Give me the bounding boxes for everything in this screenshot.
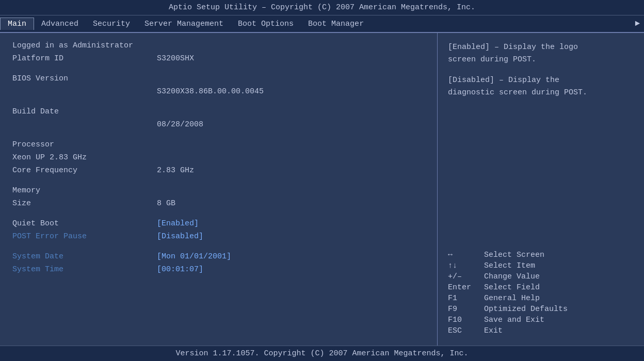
key-esc: ESC [448, 326, 484, 335]
logged-in-row: Logged in as Administrator [12, 41, 425, 50]
key-row-select-screen: ↔ Select Screen [448, 251, 634, 259]
key-row-f1: F1 General Help [448, 294, 634, 303]
key-select-field-desc: Select Field [484, 283, 540, 292]
system-date-value[interactable]: [Mon 01/01/2001] [157, 252, 231, 261]
bios-version-row: BIOS Version [12, 74, 425, 83]
build-date-label: Build Date [12, 107, 157, 116]
core-freq-row: Core Frequency 2.83 GHz [12, 166, 425, 175]
processor-label: Processor [12, 140, 157, 149]
help-spacer [448, 66, 634, 74]
key-row-f9: F9 Optimized Defaults [448, 305, 634, 314]
quiet-boot-row[interactable]: Quiet Boot [Enabled] [12, 219, 425, 228]
logged-in-label: Logged in as Administrator [12, 41, 157, 50]
system-time-value[interactable]: [00:01:07] [157, 265, 203, 274]
menu-advanced[interactable]: Advanced [34, 18, 86, 30]
menu-boot-options[interactable]: Boot Options [231, 18, 301, 30]
right-panel: [Enabled] – Display the logo screen duri… [438, 33, 644, 346]
key-plus-minus: +/– [448, 272, 484, 281]
processor-model-row: Xeon UP 2.83 GHz [12, 153, 425, 162]
footer-text: Version 1.17.1057. Copyright (C) 2007 Am… [175, 349, 468, 358]
menu-bar[interactable]: Main Advanced Security Server Management… [0, 15, 644, 33]
help-text: [Enabled] – Display the logo screen duri… [448, 41, 634, 99]
key-row-f10: F10 Save and Exit [448, 316, 634, 324]
key-row-select-item: ↑↓ Select Item [448, 261, 634, 270]
memory-size-label: Size [12, 199, 157, 208]
memory-label: Memory [12, 186, 157, 195]
post-error-row[interactable]: POST Error Pause [Disabled] [12, 232, 425, 241]
system-time-label: System Time [12, 265, 157, 274]
platform-id-label: Platform ID [12, 54, 157, 63]
help-line5: diagnostic screen during POST. [448, 87, 634, 99]
system-date-row[interactable]: System Date [Mon 01/01/2001] [12, 252, 425, 261]
title-text: Aptio Setup Utility – Copyright (C) 2007… [169, 3, 475, 12]
menu-server-management[interactable]: Server Management [137, 18, 231, 30]
post-error-label: POST Error Pause [12, 232, 157, 241]
quiet-boot-label: Quiet Boot [12, 219, 157, 228]
processor-model: Xeon UP 2.83 GHz [12, 153, 157, 162]
quiet-boot-value[interactable]: [Enabled] [157, 219, 199, 228]
main-content: Logged in as Administrator Platform ID S… [0, 33, 644, 346]
build-date-value-row: 08/28/2008 [12, 120, 425, 129]
bios-screen: Aptio Setup Utility – Copyright (C) 2007… [0, 0, 644, 361]
platform-id-value: S3200SHX [157, 54, 194, 63]
key-row-esc: ESC Exit [448, 326, 634, 335]
key-enter: Enter [448, 283, 484, 292]
key-row-change-value: +/– Change Value [448, 272, 634, 281]
key-arrows-ud: ↑↓ [448, 261, 484, 270]
menu-boot-manager[interactable]: Boot Manager [301, 18, 371, 30]
build-date-row: Build Date [12, 107, 425, 116]
menu-arrow-icon: ► [635, 19, 640, 28]
bios-version-label: BIOS Version [12, 74, 157, 83]
help-line1: [Enabled] – Display the logo [448, 41, 634, 54]
footer: Version 1.17.1057. Copyright (C) 2007 Am… [0, 346, 644, 361]
memory-size-row: Size 8 GB [12, 199, 425, 208]
system-date-label: System Date [12, 252, 157, 261]
processor-row: Processor [12, 140, 425, 149]
left-panel: Logged in as Administrator Platform ID S… [0, 33, 438, 346]
memory-row: Memory [12, 186, 425, 195]
key-f9: F9 [448, 305, 484, 314]
key-change-value-desc: Change Value [484, 272, 540, 281]
key-select-screen-desc: Select Screen [484, 251, 544, 259]
menu-main[interactable]: Main [0, 18, 34, 30]
key-f10-desc: Save and Exit [484, 316, 544, 324]
platform-id-row: Platform ID S3200SHX [12, 54, 425, 63]
build-date-value: 08/28/2008 [157, 120, 203, 129]
key-f9-desc: Optimized Defaults [484, 305, 568, 314]
system-time-row[interactable]: System Time [00:01:07] [12, 265, 425, 274]
key-esc-desc: Exit [484, 326, 503, 335]
post-error-value[interactable]: [Disabled] [157, 232, 203, 241]
key-help: ↔ Select Screen ↑↓ Select Item +/– Chang… [448, 251, 634, 337]
key-select-item-desc: Select Item [484, 261, 535, 270]
key-f10: F10 [448, 316, 484, 324]
core-freq-label: Core Frequency [12, 166, 157, 175]
core-freq-value: 2.83 GHz [157, 166, 194, 175]
bios-version-value-row: S3200X38.86B.00.00.0045 [12, 87, 425, 96]
key-f1: F1 [448, 294, 484, 303]
menu-security[interactable]: Security [86, 18, 137, 30]
key-f1-desc: General Help [484, 294, 540, 303]
bios-version-value: S3200X38.86B.00.00.0045 [157, 87, 264, 96]
help-line2: screen during POST. [448, 54, 634, 66]
title-bar: Aptio Setup Utility – Copyright (C) 2007… [0, 0, 644, 15]
key-arrows-lr: ↔ [448, 251, 484, 259]
key-row-select-field: Enter Select Field [448, 283, 634, 292]
help-line4: [Disabled] – Display the [448, 74, 634, 87]
memory-size-value: 8 GB [157, 199, 175, 208]
